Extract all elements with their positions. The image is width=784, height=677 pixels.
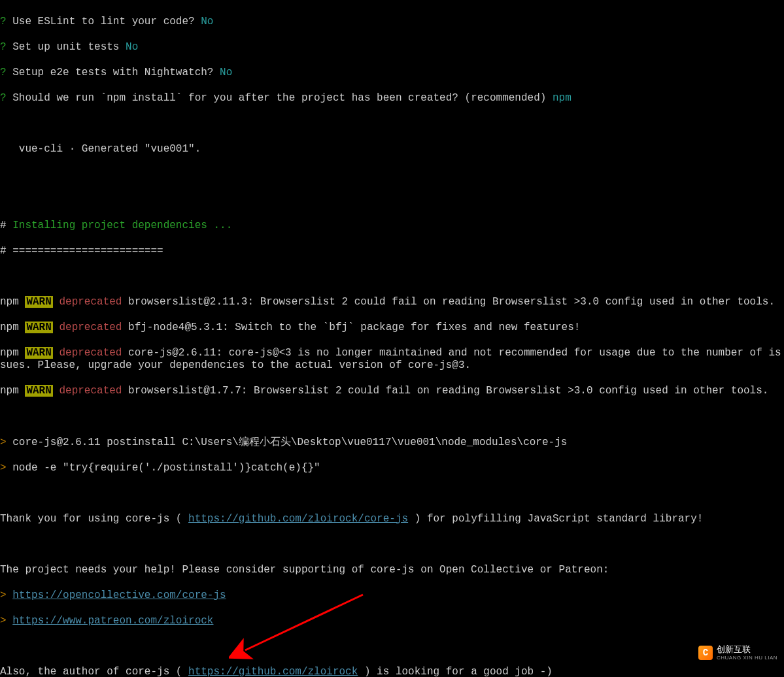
warn-message: bfj-node4@5.3.1: Switch to the `bfj` pac… [122,322,580,333]
install-header: # Installing project dependencies ... [0,220,784,233]
link[interactable]: https://opencollective.com/core-js [12,589,226,601]
corejs-thankyou: Thank you for using core-js ( https://gi… [0,513,784,526]
prompt-text: Use ESLint to lint your code? [7,16,201,27]
warn-message: browserslist@1.7.7: Browserslist 2 could… [122,385,768,397]
npm-prefix: npm [0,385,25,397]
gt-icon: > [0,462,7,474]
gt-icon: > [0,589,7,601]
terminal-output: ? Use ESLint to lint your code? No ? Set… [0,0,784,677]
prompt-text: Setup e2e tests with Nightwatch? [7,67,220,78]
deprecated-tag: deprecated [59,385,122,397]
install-separator: # ======================== [0,245,784,258]
corejs-support: The project needs your help! Please cons… [0,564,784,577]
deprecated-tag: deprecated [59,322,122,333]
prompt-q: ? [0,67,7,78]
prompt-answer: No [201,16,213,27]
prompt-q: ? [0,41,7,53]
npm-prefix: npm [0,296,25,308]
prompt-q: ? [0,16,7,27]
vuecli-generated: vue-cli · Generated "vue001". [0,143,784,156]
gt-icon: > [0,615,7,627]
link[interactable]: https://github.com/zloirock [188,666,358,677]
prompt-answer: No [126,41,138,53]
hash-symbol: # [0,220,7,231]
prompt-text: Should we run `npm install` for you afte… [7,92,553,104]
prompt-line: ? Set up unit tests No [0,41,784,54]
deprecated-tag: deprecated [59,347,122,359]
prompt-line: ? Use ESLint to lint your code? No [0,16,784,29]
corejs-link-line: > https://opencollective.com/core-js [0,589,784,603]
prompt-answer: npm [553,92,571,104]
npm-warn-line: npm WARN deprecated core-js@2.6.11: core… [0,347,784,372]
warn-badge: WARN [25,347,52,359]
prompt-answer: No [220,67,232,78]
warn-badge: WARN [25,322,52,333]
link[interactable]: https://github.com/zloirock/core-js [188,513,408,525]
deprecated-tag: deprecated [59,296,122,308]
corejs-link-line: > https://www.patreon.com/zloirock [0,615,784,628]
postinstall-line: > core-js@2.6.11 postinstall C:\Users\编程… [0,437,784,450]
npm-warn-line: npm WARN deprecated browserslist@2.11.3:… [0,296,784,309]
install-header-text: Installing project dependencies ... [7,220,233,231]
prompt-line: ? Should we run `npm install` for you af… [0,92,784,105]
watermark-brand: 创新互联 [717,644,777,655]
npm-warn-line: npm WARN deprecated bfj-node4@5.3.1: Swi… [0,322,784,335]
postinstall-line: > node -e "try{require('./postinstall')}… [0,462,784,475]
npm-prefix: npm [0,322,25,333]
prompt-text: Set up unit tests [7,41,126,53]
corejs-author: Also, the author of core-js ( https://gi… [0,666,784,677]
watermark-sub: CHUANG XIN HU LIAN [717,655,777,661]
gt-icon: > [0,437,7,448]
prompt-line: ? Setup e2e tests with Nightwatch? No [0,67,784,80]
prompt-q: ? [0,92,7,104]
watermark: C 创新互联 CHUANG XIN HU LIAN [694,642,784,664]
warn-message: browserslist@2.11.3: Browserslist 2 coul… [122,296,775,308]
link[interactable]: https://www.patreon.com/zloirock [12,615,213,627]
warn-badge: WARN [25,296,52,308]
watermark-logo-icon: C [698,646,713,660]
npm-warn-line: npm WARN deprecated browserslist@1.7.7: … [0,385,784,398]
warn-badge: WARN [25,385,52,397]
npm-prefix: npm [0,347,25,359]
